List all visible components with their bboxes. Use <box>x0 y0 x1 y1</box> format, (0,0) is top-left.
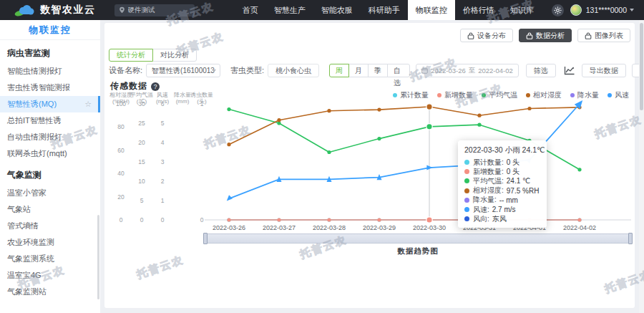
page-scrollbar-thumb[interactable] <box>640 23 643 110</box>
sidebar-item-smart-lure-mq[interactable]: 智慧性诱(MQ)☆ <box>0 96 100 112</box>
sidebar-item-iot-insecticidal-lamp[interactable]: 联网杀虫灯(mqtt) <box>0 145 100 162</box>
period-button-custom[interactable]: 自选 <box>387 64 410 77</box>
legend-item-avg-temperature[interactable]: 平均气温 <box>482 90 517 100</box>
sidebar-item-smart-insect-lamp[interactable]: 智能虫情测报灯 <box>0 63 100 80</box>
x-axis-label: 2022-03-26 <box>213 224 245 231</box>
tooltip-series-value: 0 头 <box>507 167 519 177</box>
user-avatar[interactable] <box>570 4 582 16</box>
settings-button[interactable] <box>552 4 564 16</box>
tab-statistical-analysis[interactable]: 统计分析 <box>109 49 153 62</box>
user-name[interactable]: 131****0000 <box>586 6 627 14</box>
y-axis-tick: 20 <box>117 193 125 201</box>
period-button-month[interactable]: 月 <box>348 64 369 77</box>
sensor-data-header: 传感数据 ? <box>110 80 160 92</box>
sensor-chart[interactable]: 相对湿度(%RH)100806040200平均气温(℃)302520151050… <box>104 92 635 239</box>
point-marker <box>577 168 581 171</box>
sidebar-item-label: 联网杀虫灯(mqtt) <box>7 149 67 158</box>
app-logo[interactable]: 数智农业云 <box>14 4 96 16</box>
y-axis-unit: (mm) <box>176 98 190 105</box>
nav-item-home[interactable]: 首页 <box>235 0 266 20</box>
sidebar-item-greenhouse-keeper[interactable]: 温室小管家 <box>0 185 100 201</box>
tooltip-series-label: 降水量: <box>473 195 497 205</box>
tooltip-series-dot <box>464 169 469 174</box>
datazoom-right-handle[interactable] <box>628 233 633 244</box>
y-axis-tick: 0 <box>200 216 204 223</box>
y-axis-tick: 2 <box>161 178 165 185</box>
tooltip-row: 风向:东风 <box>464 214 540 223</box>
search-input[interactable]: 硬件测试 <box>114 4 195 16</box>
view-button-data-analysis[interactable]: 数据分析 <box>519 29 572 42</box>
tooltip-series-dot <box>464 178 469 183</box>
sidebar-scrollbar[interactable] <box>97 215 99 299</box>
sidebar-item-label: 农业环境监测 <box>7 238 54 246</box>
tooltip-row: 新增数量:0 头 <box>464 167 540 176</box>
pest-type-value[interactable]: 桃小食心虫 <box>268 64 319 77</box>
nav-item-iot-monitoring[interactable]: 物联监控 <box>408 0 455 20</box>
sidebar-section-pest-monitoring: 病虫害监测 <box>0 40 100 63</box>
sidebar-item-weather-station[interactable]: 气象站 <box>0 201 100 218</box>
page-scrollbar[interactable] <box>639 20 644 313</box>
sidebar-item-greenhouse-4g[interactable]: 温室宝4G <box>0 267 100 284</box>
view-button-image-list[interactable]: 图像列表 <box>577 29 630 42</box>
legend-label: 相对湿度 <box>533 90 562 100</box>
x-axis-label: 2022-03-30 <box>413 224 446 231</box>
y-axis-tick: 1 <box>200 100 204 107</box>
tooltip-title: 2022-03-30 小雨 24.1℃ <box>464 145 540 155</box>
device-select[interactable]: 智慧性诱(16100013 <box>146 64 220 77</box>
tooltip-series-dot <box>464 216 469 221</box>
sidebar-item-agri-env-monitor[interactable]: 农业环境监测 <box>0 234 100 251</box>
star-icon[interactable]: ☆ <box>84 96 92 112</box>
app-root: 数智农业云 硬件测试 首页智慧生产智能农服科研助手物联监控价格行情知识库 <box>0 0 644 313</box>
export-data-button[interactable]: 导出数据 <box>582 64 626 77</box>
y-axis-tick: 80 <box>117 123 125 130</box>
legend-item-new-count[interactable]: 新增数量 <box>437 90 473 100</box>
legend-item-relative-humidity[interactable]: 相对湿度 <box>526 90 562 100</box>
nav-item-price-market[interactable]: 价格行情 <box>455 0 502 20</box>
sidebar-item-tube-moisture[interactable]: 管式墒情 <box>0 218 100 234</box>
tooltip-series-label: 相对湿度: <box>473 186 504 196</box>
tab-comparative-analysis[interactable]: 对比分析 <box>152 49 197 62</box>
period-button-week[interactable]: 周 <box>329 64 349 77</box>
nav-item-research-assistant[interactable]: 科研助手 <box>361 0 408 20</box>
sidebar-item-pest-lure-report[interactable]: 害虫性诱智能测报 <box>0 80 100 96</box>
y-axis-tick: 100 <box>116 100 126 107</box>
date-range-picker[interactable]: 2022-03-26 至 2022-04-02 <box>416 64 519 77</box>
sidebar-item-label: 气象站 <box>7 205 31 213</box>
view-button-device-distribution[interactable]: 设备分布 <box>460 29 513 42</box>
legend-item-rainfall[interactable]: 降水量 <box>570 90 599 100</box>
trend-chart-icon-button[interactable] <box>564 66 575 75</box>
point-marker <box>227 107 230 111</box>
sidebar-item-auto-insect-lamp[interactable]: 自动虫情测报灯 <box>0 129 100 145</box>
sidebar-item-weather-monitor-station[interactable]: 气象监测站 <box>0 284 100 300</box>
nav-item-knowledge-base[interactable]: 知识库 <box>502 0 542 20</box>
datazoom-slider[interactable] <box>205 233 631 244</box>
tooltip-series-dot <box>464 198 469 203</box>
point-marker <box>327 218 331 221</box>
cloud-leaf-logo-icon <box>14 4 34 16</box>
y-axis-tick: 5 <box>161 120 165 127</box>
legend-label: 降水量 <box>577 90 599 100</box>
view-button-group: 设备分布数据分析图像列表 <box>460 29 630 42</box>
sidebar-item-zongpai-it-lure[interactable]: 总拍IT智慧性诱 <box>0 112 100 129</box>
top-header: 数智农业云 硬件测试 首页智慧生产智能农服科研助手物联监控价格行情知识库 <box>0 0 644 20</box>
datazoom-left-handle[interactable] <box>203 233 208 244</box>
nav-item-smart-production[interactable]: 智慧生产 <box>266 0 313 20</box>
sidebar-item-label: 气象监测站 <box>7 287 47 296</box>
x-axis-label: 2022-04-02 <box>563 224 596 231</box>
y-axis-tick: 0 <box>161 216 165 223</box>
filter-button[interactable]: 筛选 <box>526 64 556 77</box>
tooltip-series-dot <box>464 207 469 212</box>
series-line <box>229 107 580 145</box>
main-panel: 设备分布数据分析图像列表 统计分析对比分析 设备名称: 智慧性诱(1610001… <box>104 23 635 308</box>
user-menu-caret-icon[interactable] <box>630 9 634 11</box>
legend-item-wind-speed[interactable]: 风速 <box>608 90 629 100</box>
nav-item-smart-service[interactable]: 智能农服 <box>313 0 361 20</box>
sidebar-item-label: 自动虫情测报灯 <box>7 133 62 141</box>
date-start: 2022-03-26 <box>431 67 466 74</box>
help-icon[interactable]: ? <box>151 82 160 91</box>
sidebar-item-weather-monitor-system[interactable]: 气象监测系统 <box>0 251 100 267</box>
period-button-quarter[interactable]: 季 <box>368 64 388 77</box>
legend-item-cumulative-count[interactable]: 累计数量 <box>393 90 429 100</box>
tooltip-series-label: 风速: <box>473 205 489 215</box>
y-axis-tick: 25 <box>138 120 145 127</box>
